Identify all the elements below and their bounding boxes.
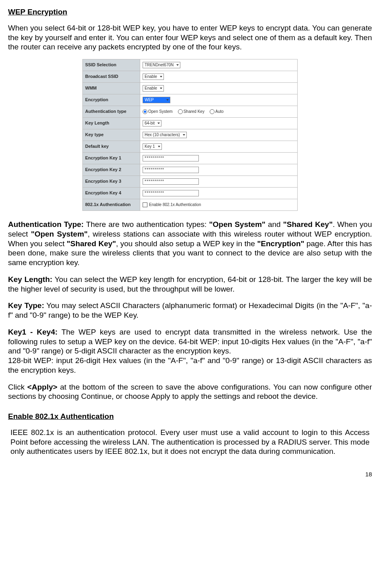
row-label: Encryption Key 2 (83, 164, 140, 176)
enable-8021x-checkbox[interactable] (143, 202, 147, 207)
ssid-select[interactable]: TRENDnet670N (143, 62, 180, 68)
label-auth-type: Authentication Type: (8, 220, 84, 229)
keylength-select[interactable]: 64-bit (143, 120, 161, 127)
label-key-type: Key Type: (8, 301, 44, 310)
para-key14: Key1 - Key4: The WEP keys are used to en… (8, 327, 372, 356)
row-value: Open System Shared Key Auto (140, 106, 298, 118)
row-value: Enable (140, 71, 298, 83)
row-label: SSID Selection (83, 59, 140, 71)
para-apply: Click <Apply> at the bottom of the scree… (8, 382, 372, 402)
checkbox-label: Enable 802.1x Authentication (149, 202, 201, 207)
row-value: TRENDnet670N (140, 59, 298, 71)
para-key-type: Key Type: You may select ASCII Character… (8, 301, 372, 320)
config-table-wrap: SSID Selection TRENDnet670N Broadcast SS… (8, 59, 372, 211)
table-row: Encryption Key 3 ********** (83, 176, 298, 188)
table-row: Default key Key 1 (83, 141, 298, 153)
keytype-select[interactable]: Hex (10 characters) (143, 132, 187, 138)
row-label: Encryption Key 3 (83, 176, 140, 188)
radio-label: Shared Key (184, 109, 204, 114)
page-number: 18 (8, 471, 372, 478)
row-label: Key type (83, 129, 140, 141)
enckey4-input[interactable]: ********** (143, 190, 199, 196)
row-label: Broadcast SSID (83, 71, 140, 83)
row-value: 64-bit (140, 118, 298, 129)
row-value: ********** (140, 188, 298, 199)
para-key128: 128-bit WEP: input 26-digit Hex values (… (8, 356, 372, 375)
table-row: 802.1x Authentication Enable 802.1x Auth… (83, 199, 298, 211)
radio-open-system[interactable] (143, 109, 147, 114)
para-auth-type: Authentication Type: There are two authe… (8, 220, 372, 267)
section-title-wep: WEP Encryption (8, 7, 372, 17)
enckey1-input[interactable]: ********** (143, 155, 199, 161)
row-value: Key 1 (140, 141, 298, 153)
row-label: Encryption Key 4 (83, 188, 140, 199)
label-key-length: Key Length: (8, 275, 52, 284)
config-table: SSID Selection TRENDnet670N Broadcast SS… (82, 59, 298, 211)
table-row: Authentication type Open System Shared K… (83, 106, 298, 118)
defaultkey-select[interactable]: Key 1 (143, 143, 162, 150)
section-title-8021x: Enable 802.1x Authentication (8, 412, 372, 421)
table-row: Key type Hex (10 characters) (83, 129, 298, 141)
enckey2-input[interactable]: ********** (143, 167, 199, 173)
row-value: ********** (140, 153, 298, 164)
label-key14: Key1 - Key4: (8, 328, 57, 336)
row-label: Authentication type (83, 106, 140, 118)
row-value: Hex (10 characters) (140, 129, 298, 141)
table-row: Encryption Key 2 ********** (83, 164, 298, 176)
row-value: Enable 802.1x Authentication (140, 199, 298, 211)
intro-paragraph: When you select 64-bit or 128-bit WEP ke… (8, 23, 372, 52)
table-row: Broadcast SSID Enable (83, 71, 298, 83)
table-row: SSID Selection TRENDnet670N (83, 59, 298, 71)
table-row: Encryption Key 1 ********** (83, 153, 298, 164)
broadcast-select[interactable]: Enable (143, 74, 164, 80)
row-label: 802.1x Authentication (83, 199, 140, 211)
radio-label: Auto (215, 109, 224, 114)
row-value: WEP (140, 94, 298, 106)
para-key-length: Key Length: You can select the WEP key l… (8, 275, 372, 294)
row-label: Encryption (83, 94, 140, 106)
enckey3-input[interactable]: ********** (143, 178, 199, 185)
table-row: Encryption Key 4 ********** (83, 188, 298, 199)
row-value: Enable (140, 83, 298, 94)
row-value: ********** (140, 164, 298, 176)
radio-label: Open System (148, 109, 173, 114)
radio-auto[interactable] (210, 109, 215, 114)
row-label: Key Length (83, 118, 140, 129)
row-value: ********** (140, 176, 298, 188)
encryption-select[interactable]: WEP (143, 97, 170, 103)
table-row: Encryption WEP (83, 94, 298, 106)
wmm-select[interactable]: Enable (143, 85, 164, 92)
table-row: WMM Enable (83, 83, 298, 94)
row-label: Default key (83, 141, 140, 153)
para-ieee: IEEE 802.1x is an authentication protoco… (8, 428, 372, 456)
radio-shared-key[interactable] (178, 109, 183, 114)
row-label: WMM (83, 83, 140, 94)
table-row: Key Length 64-bit (83, 118, 298, 129)
row-label: Encryption Key 1 (83, 153, 140, 164)
